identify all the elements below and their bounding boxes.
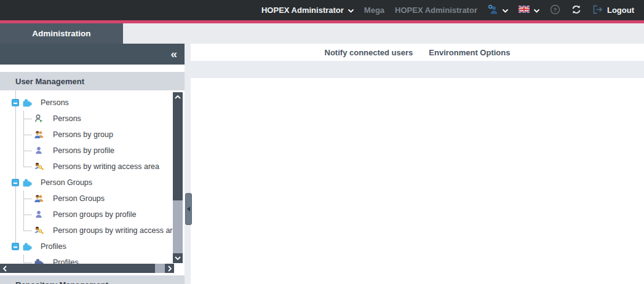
top-bar: HOPEX Administrator Mega HOPEX Administr…	[0, 0, 644, 20]
tree-vertical-scrollbar[interactable]	[173, 92, 183, 263]
person-profile-icon	[34, 146, 44, 156]
sidebar: « User Management Persons	[0, 44, 185, 284]
menu-notify-connected-users[interactable]: Notify connected users	[325, 48, 413, 57]
horizontal-scrollbar-thumb[interactable]	[9, 264, 155, 273]
tree-leaf-label: Persons	[53, 114, 81, 123]
tree-leaf-label: Persons by group	[53, 130, 113, 139]
tree-node-label: Person Groups	[41, 178, 92, 187]
tree-connector-line	[23, 111, 24, 167]
chevron-down-icon	[348, 6, 354, 15]
puzzle-icon	[22, 178, 32, 187]
tree-leaf-label: Persons by writing access area	[53, 162, 159, 171]
tree-leaf-person-groups[interactable]: Person Groups	[0, 191, 173, 207]
tree-leaf-person-groups-by-profile[interactable]: Person groups by profile	[0, 207, 173, 223]
section-repository-management[interactable]: Repository Management	[0, 275, 185, 284]
help-icon: ?	[550, 4, 560, 17]
logout-button[interactable]: Logout	[592, 5, 634, 16]
svg-text:?: ?	[554, 6, 557, 13]
chevron-down-icon	[534, 6, 539, 15]
puzzle-dark-icon	[34, 258, 44, 264]
tree-connector-line	[15, 90, 16, 247]
profile-name-label: HOPEX Administrator	[395, 6, 477, 15]
splitter-collapse-handle[interactable]	[185, 193, 192, 225]
mega-menu-label: Mega	[364, 6, 384, 15]
persons-group-icon	[34, 194, 44, 203]
collapse-minus-icon[interactable]	[12, 179, 19, 186]
section-repository-management-title: Repository Management	[15, 280, 108, 284]
puzzle-icon	[22, 98, 32, 108]
tree-node-persons[interactable]: Persons	[0, 95, 173, 111]
scroll-up-button[interactable]	[173, 92, 183, 102]
tree-horizontal-scrollbar[interactable]	[0, 264, 174, 273]
app-menu-label: HOPEX Administrator	[261, 6, 344, 15]
tree-leaf-persons-by-writing-access-area[interactable]: Persons by writing access area	[0, 159, 173, 175]
collapse-minus-icon[interactable]	[12, 99, 19, 106]
collapse-minus-icon[interactable]	[12, 243, 19, 250]
tree-leaf-label: Person groups by profile	[53, 210, 137, 219]
hopex-administration-window: HOPEX Administrator Mega HOPEX Administr…	[0, 0, 644, 284]
person-key-icon	[488, 4, 498, 17]
tree-leaf-persons-by-group[interactable]: Persons by group	[0, 127, 173, 143]
main-toolbar-band	[191, 61, 644, 78]
app-menu-hopex-administrator[interactable]: HOPEX Administrator	[261, 6, 354, 15]
language-menu[interactable]	[519, 6, 539, 15]
collapse-sidebar-button[interactable]: «	[170, 47, 177, 61]
tab-administration[interactable]: Administration	[0, 23, 123, 44]
splitter-gap	[185, 44, 191, 284]
refresh-button[interactable]	[571, 5, 582, 16]
vertical-scrollbar-thumb[interactable]	[173, 102, 183, 200]
logout-icon	[592, 5, 603, 16]
tree-leaf-label: Profiles	[53, 258, 79, 264]
tree-node-label: Persons	[41, 98, 69, 107]
mega-menu[interactable]: Mega	[364, 6, 384, 15]
puzzle-icon	[22, 242, 32, 251]
tree-node-label: Profiles	[41, 242, 66, 251]
refresh-icon	[571, 5, 582, 16]
triangle-left-icon	[187, 207, 190, 211]
key-person-icon	[34, 162, 44, 172]
uk-flag-icon	[519, 6, 530, 15]
tab-row: Administration	[0, 23, 644, 44]
tree-leaf-label: Person Groups	[53, 194, 105, 203]
tree-node-profiles[interactable]: Profiles	[0, 239, 173, 254]
tree-leaf-persons-by-profile[interactable]: Persons by profile	[0, 143, 173, 159]
scroll-down-button[interactable]	[173, 253, 183, 263]
menu-environment-options[interactable]: Environment Options	[429, 48, 510, 57]
scroll-left-button[interactable]	[0, 264, 9, 273]
tree-connector-line	[23, 254, 24, 262]
section-user-management[interactable]: User Management	[0, 72, 185, 90]
tree-leaf-person-groups-by-writing-access-area[interactable]: Person groups by writing access area	[0, 223, 173, 239]
logout-label: Logout	[607, 6, 634, 15]
tab-administration-label: Administration	[32, 29, 90, 38]
user-management-tree: Persons Persons	[0, 90, 173, 264]
help-button[interactable]: ?	[550, 4, 560, 17]
main-menubar: Notify connected users Environment Optio…	[191, 44, 644, 61]
tree-leaf-profiles[interactable]: Profiles	[0, 254, 173, 264]
tree-leaf-label: Person groups by writing access area	[53, 226, 173, 235]
tree-connector-line	[23, 191, 24, 231]
persons-group-icon	[34, 130, 44, 140]
person-profile-icon	[34, 210, 44, 219]
person-icon	[34, 114, 44, 124]
section-user-management-title: User Management	[15, 77, 84, 86]
tree-leaf-label: Persons by profile	[53, 146, 114, 155]
chevron-down-icon	[503, 6, 508, 15]
tree-leaf-persons[interactable]: Persons	[0, 111, 173, 127]
tree-node-person-groups[interactable]: Person Groups	[0, 175, 173, 191]
profile-name: HOPEX Administrator	[395, 6, 477, 15]
horizontal-scrollbar-track[interactable]	[155, 264, 165, 273]
user-session-menu[interactable]	[488, 4, 508, 17]
main-content: Notify connected users Environment Optio…	[191, 44, 644, 284]
key-person-icon	[34, 226, 44, 235]
sidebar-header: «	[0, 44, 185, 65]
vertical-scrollbar-track[interactable]	[173, 200, 183, 253]
scroll-right-button[interactable]	[165, 264, 174, 273]
